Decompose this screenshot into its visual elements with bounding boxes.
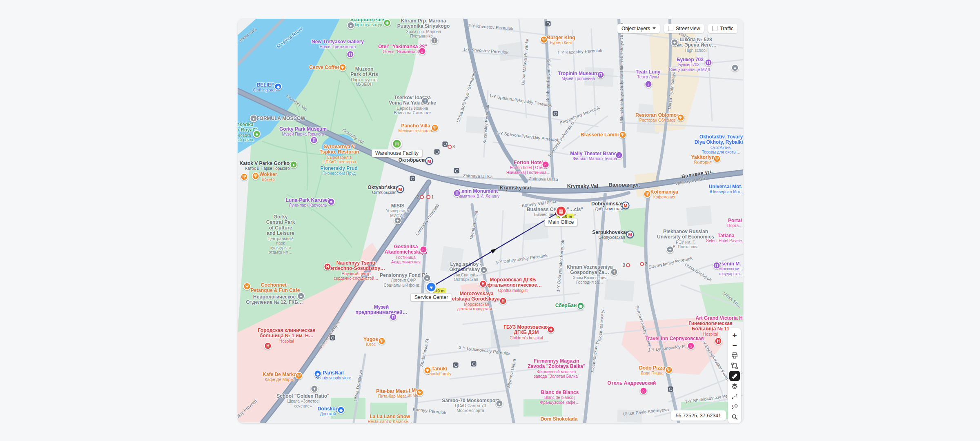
poi-icon[interactable]: ● bbox=[423, 274, 431, 282]
map-canvas[interactable]: …нская наб.Krymsky ValKrymsky ValKrymsky… bbox=[238, 19, 743, 423]
layers-button[interactable] bbox=[729, 381, 740, 391]
transit-stop-icon[interactable] bbox=[471, 361, 477, 367]
transit-stop-icon[interactable] bbox=[454, 168, 459, 174]
main-office-label[interactable]: Main Office bbox=[545, 218, 578, 226]
numbered-point[interactable]: 3 bbox=[448, 145, 455, 149]
poi-icon[interactable]: Π bbox=[597, 71, 605, 79]
print-button[interactable] bbox=[729, 350, 740, 361]
poi-icon[interactable]: Ψ bbox=[241, 173, 248, 181]
transit-stop-icon[interactable] bbox=[453, 363, 459, 368]
poi-label[interactable]: Travel Inn Серпуховская bbox=[645, 336, 704, 341]
transit-stop-icon[interactable] bbox=[546, 21, 551, 27]
ruler-button[interactable] bbox=[729, 371, 740, 381]
service-center-label[interactable]: Service Center bbox=[411, 293, 452, 301]
poi-label[interactable]: Морозовская ДГКБОфтальмологическое…Ophth… bbox=[484, 277, 542, 293]
poi-icon[interactable]: Π bbox=[390, 313, 397, 321]
poi-label[interactable]: Cochonnet -Petanque & Fun Cafe bbox=[251, 283, 300, 294]
warehouse-label[interactable]: Warehouse Facility bbox=[372, 149, 422, 157]
poi-label[interactable]: Brasserie Lambic bbox=[581, 132, 621, 138]
traffic-toggle[interactable]: Traffic bbox=[708, 24, 737, 33]
poi-icon[interactable]: ⌂ bbox=[640, 387, 648, 395]
poi-label[interactable]: Katok V Parke Gor'kogoКаток В Парке Горь… bbox=[240, 161, 296, 171]
transit-stop-icon[interactable] bbox=[443, 142, 448, 147]
poi-label[interactable]: WokkerВоккер bbox=[259, 172, 277, 182]
poi-label[interactable]: Esenin M…Московски…государств… bbox=[718, 261, 743, 276]
poi-icon[interactable]: ⌂ bbox=[420, 246, 428, 254]
poi-label[interactable]: Dom Shokolada bbox=[541, 416, 578, 422]
poi-icon[interactable]: H bbox=[479, 280, 487, 288]
poi-icon[interactable]: Ψ bbox=[295, 372, 303, 380]
poi-icon[interactable]: ✦ bbox=[311, 385, 318, 393]
poi-icon[interactable]: Ψ bbox=[339, 64, 347, 71]
poi-icon[interactable]: Π bbox=[347, 51, 354, 58]
poi-icon[interactable]: ⌂ bbox=[687, 342, 695, 350]
poi-icon[interactable]: Π bbox=[310, 136, 318, 144]
poi-icon[interactable]: ✚ bbox=[383, 19, 391, 27]
poi-label[interactable]: MISISУниверситетМИСИС bbox=[386, 203, 410, 218]
transit-stop-icon[interactable] bbox=[434, 149, 440, 155]
poi-icon[interactable]: ● bbox=[290, 161, 298, 169]
poi-label[interactable]: Khram VozneseniyaGospodnya Za…Храм Возне… bbox=[566, 265, 612, 285]
poi-label[interactable]: Lyag.spinoy -Oktyabr'skayaЛяг.Спиной -Ок… bbox=[449, 262, 483, 282]
poi-icon[interactable]: ● bbox=[496, 400, 503, 408]
transit-stop-icon[interactable] bbox=[410, 176, 415, 181]
street-view-toggle[interactable]: Street view bbox=[664, 24, 704, 33]
poi-label[interactable]: SerpukhovskayaСерпуховская bbox=[592, 230, 631, 240]
poi-icon[interactable]: ◆ bbox=[337, 406, 345, 414]
route-button[interactable] bbox=[729, 391, 740, 401]
poi-label[interactable]: Syrovarnya VTspkio, RestoranСыроварня вЦ… bbox=[320, 144, 359, 164]
poi-icon[interactable]: H bbox=[264, 342, 272, 350]
poi-label[interactable]: Restoran OblomovРесторан Обломов bbox=[635, 113, 679, 123]
poi-label[interactable]: Nauchnyy TsentrSerdechno-Sosudistoy…Науч… bbox=[327, 261, 385, 281]
zoom-in-button[interactable]: + bbox=[729, 330, 740, 340]
mileage-button[interactable]: 5 bbox=[729, 401, 740, 412]
poi-label[interactable]: KofemaniyaКофемания bbox=[650, 189, 678, 200]
poi-icon[interactable]: Ψ bbox=[644, 190, 651, 198]
poi-icon[interactable]: Ψ bbox=[665, 366, 673, 374]
poi-icon[interactable]: † bbox=[610, 268, 618, 276]
poi-icon[interactable]: ✶ bbox=[327, 198, 335, 206]
poi-icon[interactable]: ◆ bbox=[274, 83, 282, 91]
poi-icon[interactable]: ♪ bbox=[615, 151, 623, 159]
transit-stop-icon[interactable] bbox=[553, 111, 558, 116]
poi-label[interactable]: Khram Prp. MaronaPustynnika SiriyskogoХр… bbox=[397, 19, 450, 39]
object-layers-dropdown[interactable]: Object layers bbox=[617, 24, 660, 33]
poi-icon[interactable]: H bbox=[324, 263, 332, 271]
poi-icon[interactable]: Π bbox=[453, 189, 461, 197]
poi-label[interactable]: DobryninskayaДобрынинская bbox=[591, 201, 626, 212]
poi-label[interactable]: New Tretyakov GalleryНовая Третьяковка bbox=[312, 39, 364, 49]
search-button[interactable] bbox=[729, 412, 740, 422]
poi-icon[interactable]: ✦ bbox=[671, 39, 679, 47]
poi-icon[interactable]: ● bbox=[480, 266, 488, 274]
poi-label[interactable]: Burger KingБургер Кинг bbox=[547, 35, 575, 45]
poi-label[interactable]: НеврологическоеОтделение № 12, ГКБ… bbox=[246, 294, 303, 305]
poi-label[interactable]: СберБанк bbox=[555, 303, 579, 308]
poi-label[interactable]: Firmennyy MagazinZavoda "Zolotaya Balka"… bbox=[528, 359, 585, 379]
numbered-point[interactable]: 1 bbox=[426, 195, 434, 199]
transit-stop-icon[interactable] bbox=[330, 335, 335, 341]
poi-label[interactable]: Teatr LunyТеатр Луны bbox=[636, 69, 660, 80]
poi-icon[interactable]: Ψ bbox=[243, 283, 251, 290]
poi-label[interactable]: DonskoyДонской bbox=[318, 406, 339, 416]
poi-icon[interactable]: Ψ bbox=[677, 114, 685, 122]
traffic-checkbox[interactable] bbox=[712, 26, 717, 31]
poi-label[interactable]: Sambo-70 MoskomsportЦСиО Самбо-70Москомс… bbox=[442, 398, 499, 413]
poi-label[interactable]: Oktyabr'skayaОктябрьская bbox=[368, 185, 401, 195]
poi-icon[interactable]: ● bbox=[347, 22, 355, 29]
poi-label[interactable]: Blanc de BlancsBlanc de blancs |Французс… bbox=[540, 390, 580, 405]
poi-label[interactable]: PortalПорта… bbox=[727, 218, 743, 228]
numbered-point[interactable]: 2 bbox=[640, 262, 647, 266]
poi-label[interactable]: Gorky Park MuseumМузей Парка Горького bbox=[279, 127, 327, 137]
street-view-checkbox[interactable] bbox=[668, 26, 673, 31]
poi-icon[interactable]: Ψ bbox=[416, 389, 424, 396]
poi-label[interactable]: Cezve Coffee bbox=[309, 65, 340, 70]
metro-station-icon[interactable]: М bbox=[425, 157, 433, 165]
poi-label[interactable]: Музейпредпринимателей… bbox=[356, 305, 408, 316]
poi-icon[interactable]: Ψ bbox=[378, 337, 386, 345]
poi-label[interactable]: Maliy Theater BranchФилиал Малого Театра bbox=[570, 151, 619, 161]
warehouse-marker-icon[interactable]: ▤ bbox=[392, 139, 402, 149]
poi-label[interactable]: YakitoriyaЯкитория bbox=[691, 155, 715, 165]
poi-icon[interactable]: Ψ bbox=[713, 155, 721, 163]
poi-label[interactable]: Luna-Park Karusel'Луна-парк Карусель bbox=[286, 198, 330, 208]
poi-label[interactable]: Отель Андреевский bbox=[608, 381, 656, 386]
